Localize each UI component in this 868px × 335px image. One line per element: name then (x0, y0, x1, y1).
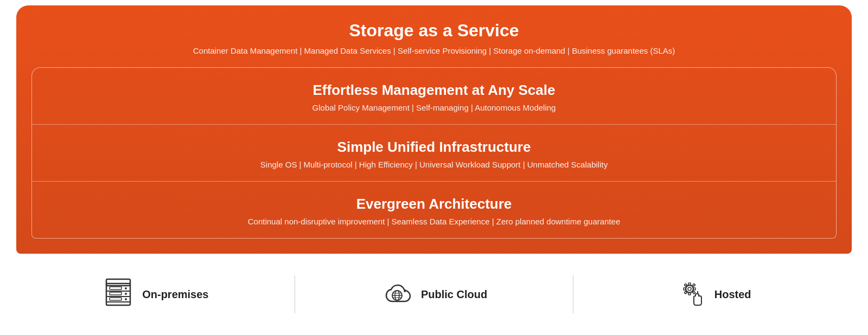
evergreen-title: Evergreen Architecture (54, 196, 814, 212)
public-cloud-item: Public Cloud (295, 277, 573, 312)
svg-point-5 (125, 287, 127, 289)
svg-rect-22 (684, 284, 687, 286)
unified-subtitle: Single OS | Multi-protocol | High Effici… (54, 160, 814, 169)
evergreen-section: Evergreen Architecture Continual non-dis… (32, 182, 836, 238)
svg-rect-9 (110, 292, 122, 295)
hosted-label: Hosted (714, 288, 751, 301)
building-icon (102, 277, 135, 312)
effortless-subtitle: Global Policy Management | Self-managing… (54, 103, 814, 112)
svg-rect-8 (110, 287, 122, 289)
svg-rect-20 (684, 288, 686, 290)
effortless-management-section: Effortless Management at Any Scale Globa… (32, 68, 836, 125)
storage-title: Storage as a Service (49, 21, 819, 41)
svg-point-16 (686, 285, 693, 293)
svg-rect-23 (693, 284, 695, 286)
svg-rect-18 (688, 283, 691, 285)
unified-title: Simple Unified Infrastructure (54, 139, 814, 156)
gear-hand-icon (674, 277, 707, 312)
svg-rect-21 (693, 288, 695, 290)
on-premises-label: On-premises (142, 288, 208, 301)
inner-container: Effortless Management at Any Scale Globa… (31, 67, 837, 239)
svg-rect-19 (688, 293, 691, 295)
outer-container: Storage as a Service Container Data Mana… (16, 5, 852, 254)
bottom-section: On-premises Public Cloud (16, 259, 852, 324)
storage-section: Storage as a Service Container Data Mana… (16, 5, 852, 67)
storage-subtitle: Container Data Management | Managed Data… (49, 46, 819, 55)
svg-rect-24 (684, 291, 687, 294)
on-premises-item: On-premises (16, 277, 295, 312)
svg-point-7 (125, 298, 127, 300)
evergreen-subtitle: Continual non-disruptive improvement | S… (54, 217, 814, 226)
svg-point-6 (125, 293, 127, 295)
svg-rect-10 (110, 298, 122, 300)
effortless-title: Effortless Management at Any Scale (54, 82, 814, 99)
hosted-item: Hosted (573, 277, 852, 312)
public-cloud-label: Public Cloud (421, 288, 487, 301)
svg-rect-1 (106, 279, 130, 286)
svg-point-17 (688, 287, 691, 291)
svg-rect-25 (693, 291, 695, 294)
cloud-icon (381, 277, 413, 312)
unified-infrastructure-section: Simple Unified Infrastructure Single OS … (32, 125, 836, 182)
